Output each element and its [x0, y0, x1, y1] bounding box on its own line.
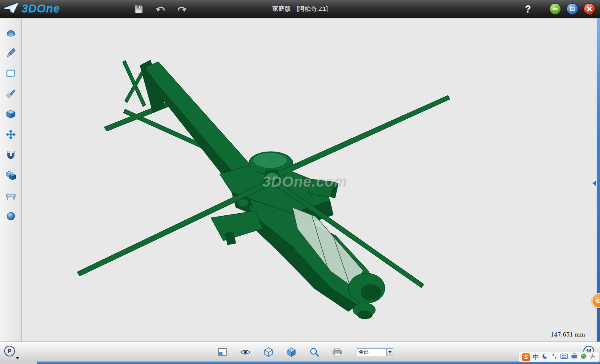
nose-turret[interactable] [348, 273, 385, 319]
redo-button[interactable] [176, 3, 188, 15]
undo-button[interactable] [154, 3, 167, 15]
display-filter-select[interactable]: 全部 [357, 348, 393, 356]
minimize-icon [552, 8, 558, 10]
print-button[interactable] [331, 346, 343, 358]
workbench-icon [5, 190, 16, 201]
ime-chinese-mode[interactable]: 中 [533, 353, 539, 361]
primitive-solids-icon [5, 27, 16, 38]
sidebar-item-extrude-cube[interactable] [3, 107, 18, 122]
sidebar-item-magnet-constraint[interactable] [3, 147, 18, 162]
bottom-toolbar: P [0, 342, 600, 362]
coordinate-plane-button[interactable] [217, 346, 228, 358]
close-button[interactable] [584, 3, 595, 15]
minimize-button[interactable] [550, 3, 561, 15]
bottom-edge-cap [0, 362, 37, 364]
ime-tray: S 中 [519, 352, 599, 362]
sidebar-item-sketch[interactable] [3, 66, 18, 81]
maximize-button[interactable] [567, 3, 578, 15]
ime-toolbox-icon[interactable] [571, 353, 578, 361]
shaded-cube-button[interactable] [285, 346, 297, 358]
app-name: 3DOne [22, 2, 60, 15]
ime-skin-icon[interactable] [580, 353, 587, 361]
sidebar-item-move-tool[interactable] [3, 127, 18, 142]
ime-moon-icon[interactable] [542, 353, 549, 361]
paper-plane-icon [3, 2, 19, 16]
display-filter-arrow[interactable] [386, 349, 393, 356]
save-button[interactable] [132, 3, 145, 15]
panel-collapse-arrow-icon[interactable] [592, 181, 596, 186]
coordinate-plane-icon [218, 348, 227, 356]
document-title: 家庭版 - [阿帕奇.Z1] [272, 5, 328, 13]
left-toolbar [0, 18, 22, 342]
wireframe-cube-button[interactable] [262, 346, 274, 358]
zoom-search-button[interactable] [308, 346, 320, 358]
pattern-mode-dropdown-caret[interactable] [16, 357, 19, 359]
zoom-search-icon [310, 347, 319, 357]
visibility-eye-icon [240, 349, 251, 356]
sidebar-item-primitive-solids[interactable] [3, 25, 18, 40]
move-tool-icon [5, 129, 16, 140]
magnet-constraint-icon [5, 150, 16, 160]
ime-punctuation-icon[interactable] [552, 353, 558, 361]
wireframe-cube-icon [264, 347, 273, 357]
sidebar-item-trim-knife[interactable] [3, 86, 18, 101]
paint-brush-icon [5, 47, 16, 58]
pattern-mode-button[interactable]: P [4, 346, 15, 357]
sidebar-item-boolean-combine[interactable] [3, 168, 18, 183]
viewport-canvas[interactable]: 3DOne.com 147.651 mm [22, 18, 597, 342]
sidebar-item-paint-brush[interactable] [3, 45, 18, 60]
visibility-eye-button[interactable] [240, 346, 251, 358]
helicopter-model[interactable] [22, 18, 597, 342]
pattern-mode-label: P [8, 348, 11, 354]
close-icon [587, 6, 592, 12]
extrude-cube-icon [5, 109, 16, 120]
sidebar-item-workbench[interactable] [3, 188, 18, 203]
material-sphere-icon [5, 211, 16, 222]
sketch-icon [5, 68, 16, 79]
ime-wrench-icon[interactable] [590, 353, 596, 361]
sidebar-item-material-sphere[interactable] [3, 209, 18, 224]
title-bar: 3DOne 家庭版 - [阿帕奇.Z1] ? [0, 0, 600, 18]
print-icon [332, 348, 342, 357]
trim-knife-icon [5, 88, 16, 99]
boolean-combine-icon [5, 170, 16, 181]
chevron-down-icon [388, 351, 392, 353]
ime-keyboard-icon[interactable] [560, 353, 568, 361]
app-logo: 3DOne [0, 2, 79, 16]
stub-wing[interactable] [211, 211, 262, 245]
help-button[interactable]: ? [522, 3, 534, 15]
display-filter-value: 全部 [357, 349, 386, 356]
maximize-icon [570, 7, 575, 11]
sogou-logo[interactable]: S [522, 353, 530, 361]
measurement-readout: 147.651 mm [550, 332, 585, 338]
shaded-cube-icon [287, 347, 296, 357]
